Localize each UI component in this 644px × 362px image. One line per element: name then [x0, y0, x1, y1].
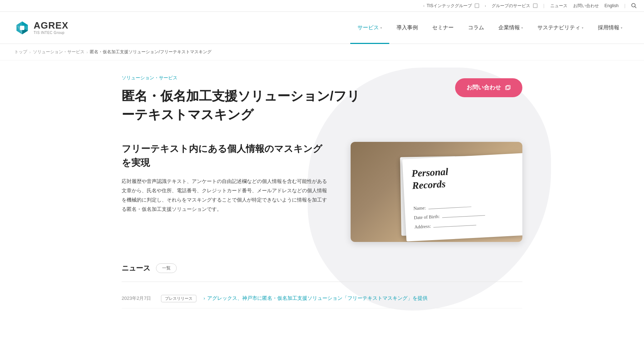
contact-button[interactable]: お問い合わせ	[455, 78, 522, 97]
news-title: ニュース	[122, 263, 150, 273]
nav-item-seminar[interactable]: セミナー	[425, 12, 461, 44]
svg-line-1	[635, 7, 636, 8]
doc-field-name: Name:	[413, 200, 518, 212]
nav-item-sustainability[interactable]: サステナビリティ ▾	[530, 12, 591, 44]
doc-field-address: Address:	[414, 219, 519, 230]
hero-subtitle: フリーテキスト内にある個人情報のマスキングを実現	[122, 142, 329, 170]
search-icon[interactable]	[631, 3, 637, 9]
hero-text-area: ソリューション・サービス 匿名・仮名加工支援ソリューション/フリーテキストマスキ…	[122, 75, 365, 124]
personal-records-doc: Personal Records Name: Date of Birth: Ad…	[402, 153, 522, 242]
news-divider	[122, 282, 522, 282]
contact-btn-icon	[504, 85, 511, 91]
contact-top-link[interactable]: お問い合わせ	[573, 3, 599, 9]
news-section: ニュース 一覧 2023年2月7日 プレスリリース › アグレックス、神戸市に匿…	[122, 263, 522, 308]
copy-icon-services	[533, 4, 537, 8]
nav-chevron-recruit: ▾	[621, 26, 623, 30]
nav-chevron-sustainability: ▾	[582, 26, 584, 30]
news-link[interactable]: › アグレックス、神戸市に匿名・仮名加工支援ソリューション「フリーテキストマスキ…	[204, 295, 428, 302]
breadcrumb-solutions[interactable]: ソリューション・サービス	[33, 49, 84, 55]
logo-sub: TIS INTEC Group	[34, 31, 68, 35]
hero-desc-area: フリーテキスト内にある個人情報のマスキングを実現 応対履歴や音声認識テキスト、ア…	[122, 142, 329, 214]
logo-text: AGREX TIS INTEC Group	[34, 21, 68, 35]
header: AGREX TIS INTEC Group サービス ▾ 導入事例 セミナー コ…	[0, 12, 644, 44]
news-item: 2023年2月7日 プレスリリース › アグレックス、神戸市に匿名・仮名加工支援…	[122, 289, 522, 308]
nav-label-seminar: セミナー	[432, 24, 454, 31]
news-link-chevron-icon: ›	[204, 296, 205, 301]
breadcrumb-sep-1: ›	[29, 50, 31, 54]
tis-chevron-icon: ›	[423, 4, 424, 8]
svg-rect-6	[20, 26, 24, 30]
hero-image: Personal Records Name: Date of Birth: Ad…	[351, 142, 522, 242]
news-date: 2023年2月7日	[122, 295, 154, 302]
tis-group-link[interactable]: TISインテックグループ	[426, 3, 472, 9]
news-link-text: アグレックス、神戸市に匿名・仮名加工支援ソリューション「フリーテキストマスキング…	[207, 295, 428, 302]
divider: |	[543, 3, 544, 8]
nav-label-cases: 導入事例	[396, 24, 418, 31]
nav-label-company: 企業情報	[498, 24, 520, 31]
main-content: ソリューション・サービス 匿名・仮名加工支援ソリューション/フリーテキストマスキ…	[107, 60, 537, 330]
solution-label: ソリューション・サービス	[122, 75, 365, 81]
nav-item-cases[interactable]: 導入事例	[389, 12, 425, 44]
breadcrumb: トップ › ソリューション・サービス › 匿名・仮名加工支援ソリューション/フリ…	[0, 44, 644, 60]
group-services-link[interactable]: グループのサービス	[492, 3, 530, 9]
nav-label-sustainability: サステナビリティ	[537, 24, 580, 31]
doc-title: Personal Records	[411, 162, 517, 192]
nav-label-recruit: 採用情報	[598, 24, 619, 31]
nav-item-company[interactable]: 企業情報 ▾	[491, 12, 530, 44]
nav-item-service[interactable]: サービス ▾	[350, 12, 389, 44]
english-link[interactable]: English	[605, 3, 619, 8]
news-top-link[interactable]: ニュース	[550, 3, 567, 9]
hero-section: ソリューション・サービス 匿名・仮名加工支援ソリューション/フリーテキストマスキ…	[122, 75, 522, 308]
group-services-link-area[interactable]: グループのサービス	[492, 3, 537, 9]
nav-chevron-company: ▾	[521, 26, 523, 30]
nav-label-service: サービス	[357, 24, 379, 31]
breadcrumb-sep-2: ›	[87, 50, 88, 54]
logo-name: AGREX	[34, 21, 68, 30]
nav-item-recruit[interactable]: 採用情報 ▾	[591, 12, 630, 44]
logo-icon	[14, 20, 30, 36]
contact-btn-label: お問い合わせ	[467, 84, 501, 91]
main-nav: サービス ▾ 導入事例 セミナー コラム 企業情報 ▾ サステナビリティ ▾ 採…	[350, 12, 630, 44]
breadcrumb-top[interactable]: トップ	[14, 49, 27, 55]
breadcrumb-current: 匿名・仮名加工支援ソリューション/フリーテキストマスキング	[90, 49, 211, 55]
doc-field-dob: Date of Birth:	[414, 210, 518, 221]
nav-chevron-service: ▾	[380, 26, 382, 30]
news-tag: プレスリリース	[161, 295, 196, 302]
news-header: ニュース 一覧	[122, 263, 522, 273]
tis-group-link-area[interactable]: › TISインテックグループ	[423, 3, 479, 9]
hero-body-text: 応対履歴や音声認識テキスト、アンケートの自由記述欄などの個人情報を含む可能性があ…	[122, 177, 329, 214]
hero-title: 匿名・仮名加工支援ソリューション/フリーテキストマスキング	[122, 87, 365, 124]
nav-label-column: コラム	[468, 24, 484, 31]
hero-sub-section: フリーテキスト内にある個人情報のマスキングを実現 応対履歴や音声認識テキスト、ア…	[122, 142, 522, 242]
top-bar: › TISインテックグループ › グループのサービス | ニュース お問い合わせ…	[0, 0, 644, 12]
separator-chevron: ›	[485, 4, 486, 8]
news-list-button[interactable]: 一覧	[156, 263, 177, 273]
nav-item-column[interactable]: コラム	[461, 12, 491, 44]
logo-link[interactable]: AGREX TIS INTEC Group	[14, 20, 86, 36]
copy-icon-tis	[475, 4, 479, 8]
divider2: |	[624, 3, 625, 8]
